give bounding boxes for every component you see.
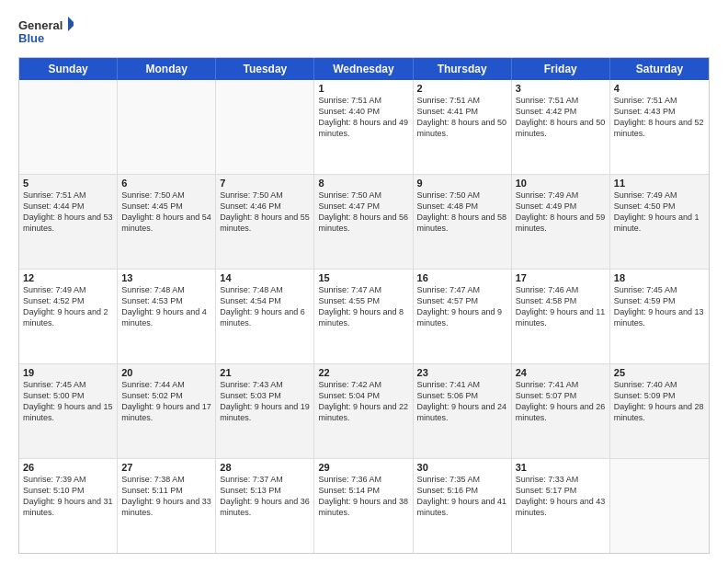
- calendar-cell: [118, 80, 216, 174]
- cell-info: Sunrise: 7:42 AMSunset: 5:04 PMDaylight:…: [318, 379, 408, 424]
- day-number: 20: [121, 367, 211, 378]
- calendar-cell: [216, 80, 314, 174]
- calendar-week-3: 12Sunrise: 7:49 AMSunset: 4:52 PMDayligh…: [19, 270, 709, 364]
- calendar-cell: 25Sunrise: 7:40 AMSunset: 5:09 PMDayligh…: [610, 364, 709, 458]
- cell-info: Sunrise: 7:49 AMSunset: 4:49 PMDaylight:…: [516, 190, 606, 235]
- calendar-week-1: 1Sunrise: 7:51 AMSunset: 4:40 PMDaylight…: [19, 80, 709, 175]
- cell-info: Sunrise: 7:39 AMSunset: 5:10 PMDaylight:…: [23, 474, 113, 519]
- day-header-sunday: Sunday: [19, 58, 118, 80]
- cell-info: Sunrise: 7:48 AMSunset: 4:53 PMDaylight:…: [121, 284, 211, 329]
- calendar-cell: 17Sunrise: 7:46 AMSunset: 4:58 PMDayligh…: [512, 270, 610, 363]
- calendar-cell: 2Sunrise: 7:51 AMSunset: 4:41 PMDaylight…: [414, 80, 512, 174]
- calendar-cell: 16Sunrise: 7:47 AMSunset: 4:57 PMDayligh…: [414, 270, 512, 363]
- day-number: 9: [417, 178, 507, 189]
- cell-info: Sunrise: 7:47 AMSunset: 4:57 PMDaylight:…: [417, 284, 507, 329]
- calendar-cell: 13Sunrise: 7:48 AMSunset: 4:53 PMDayligh…: [118, 270, 216, 363]
- day-number: 25: [614, 367, 705, 378]
- day-header-saturday: Saturday: [610, 58, 709, 80]
- calendar-header-row: SundayMondayTuesdayWednesdayThursdayFrid…: [19, 58, 709, 80]
- cell-info: Sunrise: 7:40 AMSunset: 5:09 PMDaylight:…: [614, 379, 705, 424]
- header: General Blue: [18, 15, 710, 50]
- calendar-cell: [610, 459, 709, 553]
- cell-info: Sunrise: 7:51 AMSunset: 4:41 PMDaylight:…: [417, 95, 507, 140]
- calendar-cell: 27Sunrise: 7:38 AMSunset: 5:11 PMDayligh…: [118, 459, 216, 553]
- cell-info: Sunrise: 7:45 AMSunset: 4:59 PMDaylight:…: [614, 284, 705, 329]
- calendar-cell: [19, 80, 118, 174]
- calendar-cell: 6Sunrise: 7:50 AMSunset: 4:45 PMDaylight…: [118, 175, 216, 269]
- day-number: 10: [516, 178, 606, 189]
- svg-text:Blue: Blue: [18, 31, 44, 45]
- day-number: 19: [23, 367, 113, 378]
- day-number: 4: [614, 83, 705, 94]
- day-number: 14: [220, 272, 310, 283]
- svg-text:General: General: [18, 18, 63, 32]
- cell-info: Sunrise: 7:44 AMSunset: 5:02 PMDaylight:…: [121, 379, 211, 424]
- logo: General Blue: [18, 15, 74, 50]
- day-number: 28: [220, 462, 310, 473]
- day-number: 11: [614, 178, 705, 189]
- calendar-cell: 5Sunrise: 7:51 AMSunset: 4:44 PMDaylight…: [19, 175, 118, 269]
- calendar-cell: 28Sunrise: 7:37 AMSunset: 5:13 PMDayligh…: [216, 459, 314, 553]
- calendar-cell: 4Sunrise: 7:51 AMSunset: 4:43 PMDaylight…: [610, 80, 709, 174]
- calendar-cell: 22Sunrise: 7:42 AMSunset: 5:04 PMDayligh…: [314, 364, 413, 458]
- cell-info: Sunrise: 7:50 AMSunset: 4:45 PMDaylight:…: [121, 190, 211, 235]
- calendar-cell: 18Sunrise: 7:45 AMSunset: 4:59 PMDayligh…: [610, 270, 709, 363]
- cell-info: Sunrise: 7:50 AMSunset: 4:48 PMDaylight:…: [417, 190, 507, 235]
- day-number: 23: [417, 367, 507, 378]
- cell-info: Sunrise: 7:37 AMSunset: 5:13 PMDaylight:…: [220, 474, 310, 519]
- cell-info: Sunrise: 7:45 AMSunset: 5:00 PMDaylight:…: [23, 379, 113, 424]
- calendar-week-5: 26Sunrise: 7:39 AMSunset: 5:10 PMDayligh…: [19, 459, 709, 553]
- calendar-cell: 29Sunrise: 7:36 AMSunset: 5:14 PMDayligh…: [314, 459, 413, 553]
- day-number: 18: [614, 272, 705, 283]
- cell-info: Sunrise: 7:50 AMSunset: 4:47 PMDaylight:…: [318, 190, 408, 235]
- calendar-week-2: 5Sunrise: 7:51 AMSunset: 4:44 PMDaylight…: [19, 175, 709, 270]
- day-number: 5: [23, 178, 113, 189]
- calendar-week-4: 19Sunrise: 7:45 AMSunset: 5:00 PMDayligh…: [19, 364, 709, 459]
- cell-info: Sunrise: 7:49 AMSunset: 4:52 PMDaylight:…: [23, 284, 113, 329]
- day-number: 1: [318, 83, 408, 94]
- calendar-body: 1Sunrise: 7:51 AMSunset: 4:40 PMDaylight…: [19, 80, 709, 553]
- day-number: 22: [318, 367, 408, 378]
- day-number: 31: [516, 462, 606, 473]
- day-number: 24: [516, 367, 606, 378]
- day-header-tuesday: Tuesday: [216, 58, 314, 80]
- page: General Blue SundayMondayTuesdayWednesda…: [0, 0, 728, 563]
- calendar-cell: 21Sunrise: 7:43 AMSunset: 5:03 PMDayligh…: [216, 364, 314, 458]
- cell-info: Sunrise: 7:51 AMSunset: 4:44 PMDaylight:…: [23, 190, 113, 235]
- calendar-cell: 30Sunrise: 7:35 AMSunset: 5:16 PMDayligh…: [414, 459, 512, 553]
- cell-info: Sunrise: 7:48 AMSunset: 4:54 PMDaylight:…: [220, 284, 310, 329]
- cell-info: Sunrise: 7:51 AMSunset: 4:43 PMDaylight:…: [614, 95, 705, 140]
- cell-info: Sunrise: 7:35 AMSunset: 5:16 PMDaylight:…: [417, 474, 507, 519]
- day-number: 2: [417, 83, 507, 94]
- calendar-cell: 11Sunrise: 7:49 AMSunset: 4:50 PMDayligh…: [610, 175, 709, 269]
- day-number: 8: [318, 178, 408, 189]
- day-number: 15: [318, 272, 408, 283]
- day-number: 26: [23, 462, 113, 473]
- day-number: 17: [516, 272, 606, 283]
- cell-info: Sunrise: 7:51 AMSunset: 4:40 PMDaylight:…: [318, 95, 408, 140]
- cell-info: Sunrise: 7:41 AMSunset: 5:07 PMDaylight:…: [516, 379, 606, 424]
- calendar-cell: 8Sunrise: 7:50 AMSunset: 4:47 PMDaylight…: [314, 175, 413, 269]
- day-number: 29: [318, 462, 408, 473]
- logo-svg: General Blue: [18, 15, 74, 50]
- cell-info: Sunrise: 7:50 AMSunset: 4:46 PMDaylight:…: [220, 190, 310, 235]
- calendar-cell: 15Sunrise: 7:47 AMSunset: 4:55 PMDayligh…: [314, 270, 413, 363]
- day-number: 21: [220, 367, 310, 378]
- calendar-cell: 23Sunrise: 7:41 AMSunset: 5:06 PMDayligh…: [414, 364, 512, 458]
- day-number: 13: [121, 272, 211, 283]
- cell-info: Sunrise: 7:47 AMSunset: 4:55 PMDaylight:…: [318, 284, 408, 329]
- calendar-cell: 1Sunrise: 7:51 AMSunset: 4:40 PMDaylight…: [314, 80, 413, 174]
- day-number: 12: [23, 272, 113, 283]
- day-number: 3: [516, 83, 606, 94]
- day-number: 16: [417, 272, 507, 283]
- cell-info: Sunrise: 7:43 AMSunset: 5:03 PMDaylight:…: [220, 379, 310, 424]
- day-header-wednesday: Wednesday: [314, 58, 413, 80]
- calendar-cell: 14Sunrise: 7:48 AMSunset: 4:54 PMDayligh…: [216, 270, 314, 363]
- cell-info: Sunrise: 7:49 AMSunset: 4:50 PMDaylight:…: [614, 190, 705, 235]
- cell-info: Sunrise: 7:46 AMSunset: 4:58 PMDaylight:…: [516, 284, 606, 329]
- day-number: 30: [417, 462, 507, 473]
- calendar-cell: 19Sunrise: 7:45 AMSunset: 5:00 PMDayligh…: [19, 364, 118, 458]
- calendar-cell: 10Sunrise: 7:49 AMSunset: 4:49 PMDayligh…: [512, 175, 610, 269]
- calendar-cell: 24Sunrise: 7:41 AMSunset: 5:07 PMDayligh…: [512, 364, 610, 458]
- calendar-cell: 31Sunrise: 7:33 AMSunset: 5:17 PMDayligh…: [512, 459, 610, 553]
